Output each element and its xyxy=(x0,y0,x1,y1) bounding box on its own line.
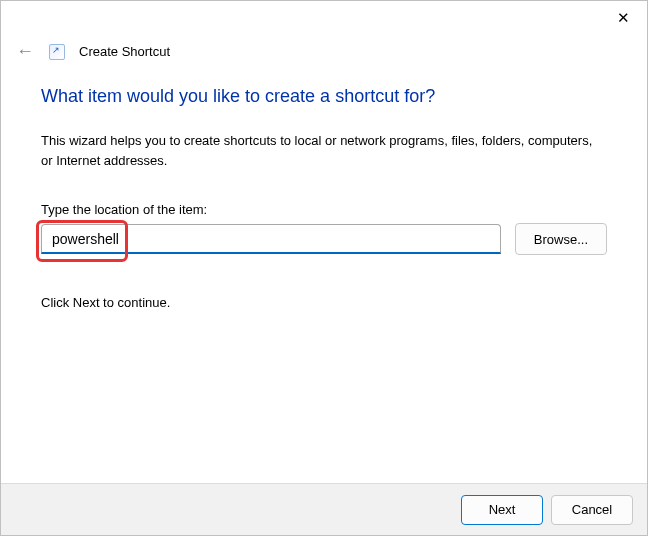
titlebar: ✕ xyxy=(1,1,647,35)
wizard-button-bar: Next Cancel xyxy=(1,483,647,535)
shortcut-wizard-icon xyxy=(49,44,65,60)
next-button[interactable]: Next xyxy=(461,495,543,525)
wizard-title: Create Shortcut xyxy=(79,44,170,59)
back-arrow-icon[interactable]: ← xyxy=(15,41,35,62)
close-icon[interactable]: ✕ xyxy=(613,8,633,28)
continue-instruction: Click Next to continue. xyxy=(41,295,607,310)
wizard-description: This wizard helps you to create shortcut… xyxy=(41,131,607,170)
cancel-button[interactable]: Cancel xyxy=(551,495,633,525)
page-heading: What item would you like to create a sho… xyxy=(41,86,607,107)
location-label: Type the location of the item: xyxy=(41,202,607,217)
create-shortcut-wizard-window: ✕ ← Create Shortcut What item would you … xyxy=(0,0,648,536)
wizard-content: What item would you like to create a sho… xyxy=(1,68,647,483)
location-input-row: Browse... xyxy=(41,223,607,255)
wizard-header: ← Create Shortcut xyxy=(1,35,647,68)
location-input[interactable] xyxy=(41,224,501,254)
browse-button[interactable]: Browse... xyxy=(515,223,607,255)
